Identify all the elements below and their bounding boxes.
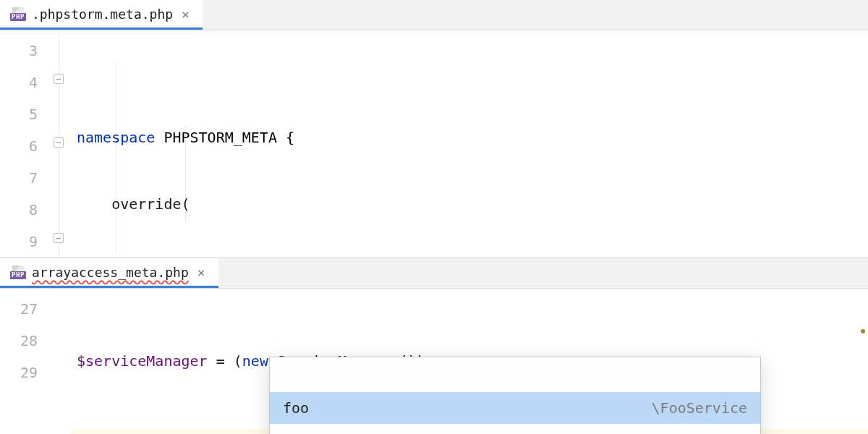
autocomplete-item[interactable]: foo \FooService (270, 392, 760, 424)
php-file-icon: PHP (10, 265, 26, 279)
autocomplete-popup[interactable]: foo \FooService log \Monolog\Logger (269, 357, 761, 434)
marker-strip (856, 289, 868, 434)
code-area-bottom[interactable]: $serviceManager = (new ServiceManager())… (71, 289, 868, 434)
fold-toggle-icon[interactable] (54, 74, 64, 84)
code-area-top[interactable]: namespace PHPSTORM_META { override( new … (71, 30, 868, 258)
tab-filename: .phpstorm.meta.php (32, 7, 173, 22)
tab-bar-top: PHP .phpstorm.meta.php × (0, 0, 868, 30)
code-line: namespace PHPSTORM_META { (71, 122, 868, 153)
tab-filename: arrayaccess_meta.php (32, 265, 189, 280)
tab-bar-bottom: PHP arrayaccess_meta.php × (0, 258, 868, 289)
autocomplete-label: foo (283, 399, 309, 417)
gutter-top: 3 4 5 6 7 8 9 (0, 30, 51, 258)
autocomplete-type: \FooService (652, 399, 747, 417)
tab-phpstorm-meta[interactable]: PHP .phpstorm.meta.php × (0, 0, 203, 30)
close-icon[interactable]: × (179, 7, 192, 22)
close-icon[interactable]: × (195, 265, 208, 280)
fold-toggle-icon[interactable] (54, 233, 64, 243)
editor-top[interactable]: 3 4 5 6 7 8 9 namespace PHPSTORM_META { … (0, 30, 868, 258)
editor-bottom[interactable]: 27 28 29 $serviceManager = (new ServiceM… (0, 289, 868, 434)
fold-strip (51, 30, 71, 258)
warning-marker-icon[interactable] (861, 329, 865, 333)
editor-pane-top: PHP .phpstorm.meta.php × 3 4 5 6 7 8 9 n… (0, 0, 868, 258)
fold-toggle-icon[interactable] (54, 137, 64, 148)
gutter-bottom: 27 28 29 (0, 289, 51, 434)
editor-pane-bottom: PHP arrayaccess_meta.php × 27 28 29 $ser… (0, 258, 868, 434)
code-line: override( (71, 188, 868, 220)
tab-arrayaccess-meta[interactable]: PHP arrayaccess_meta.php × (0, 258, 218, 288)
fold-strip (51, 289, 71, 434)
php-file-icon: PHP (10, 7, 26, 21)
